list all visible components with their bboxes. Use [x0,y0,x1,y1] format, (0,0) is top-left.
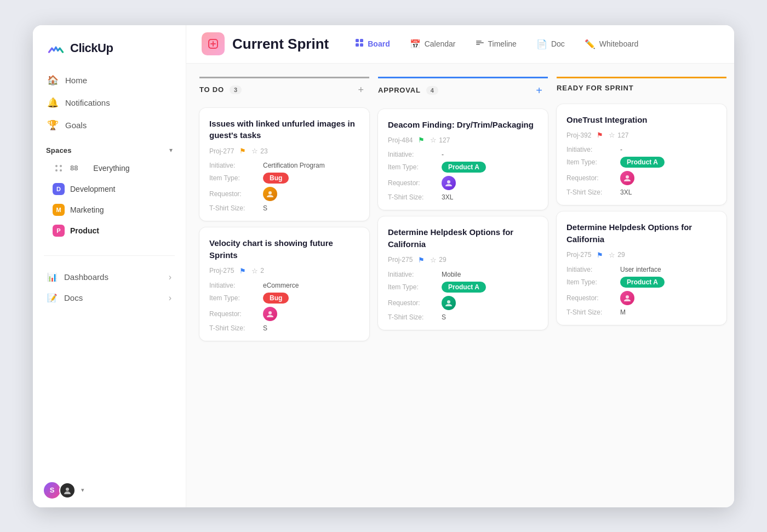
space-item-everything[interactable]: 88 Everything [46,158,173,179]
badge-product-approval-1: Product A [442,162,486,173]
tshirt-value: S [263,204,267,212]
svg-point-14 [268,311,272,314]
requestor-avatar-todo-1 [263,187,277,201]
flag-icon-todo-1: ⚑ [239,147,246,155]
app-layout: ClickUp 🏠 Home 🔔 Notifications 🏆 Goals [33,25,734,507]
tab-doc[interactable]: 📄 Doc [528,35,574,54]
sidebar-item-goals[interactable]: 🏆 Goals [39,114,179,136]
tshirt-label-r2: T-Shirt Size: [566,308,616,316]
whiteboard-icon: ✏️ [585,39,596,49]
spaces-section-title: Spaces [46,146,72,155]
chevron-down-icon: ▾ [169,146,173,154]
calendar-icon: 📅 [410,39,421,49]
add-card-todo-button[interactable]: + [354,84,367,96]
tshirt-label-a2: T-Shirt Size: [388,313,437,321]
requestor-label-a2: Requestor: [388,299,437,307]
card-todo-1[interactable]: Issues with linked unfurled images in gu… [199,108,369,221]
card-todo-2[interactable]: Velocity chart is showing future Sprints… [199,227,369,341]
user-menu-chevron: ▾ [81,487,84,494]
card-row-tshirt-r1: T-Shirt Size: 3XL [566,188,717,196]
sidebar-nav: 🏠 Home 🔔 Notifications 🏆 Goals [33,69,186,136]
tab-calendar[interactable]: 📅 Calendar [401,35,465,54]
sidebar-item-docs[interactable]: 📝 Docs › [39,288,179,308]
card-ready-1[interactable]: OneTrust Integration Proj-392 ⚑ ☆ 127 In [557,104,726,205]
card-rows-approval-2: Initiative: Mobile Item Type: Product A … [388,271,538,321]
tshirt-value-a1: 3XL [442,193,453,201]
itemtype-label: Item Type: [209,174,259,182]
tshirt-label-r1: T-Shirt Size: [566,188,616,196]
space-item-marketing[interactable]: M Marketing [46,199,173,220]
flag-icon-todo-2: ⚑ [239,267,246,275]
user-avatar-area[interactable]: S ▾ [33,473,186,507]
board-area: TO DO 3 + Issues with linked unfurled im… [186,64,734,507]
svg-point-3 [60,169,62,171]
sidebar: ClickUp 🏠 Home 🔔 Notifications 🏆 Goals [33,25,186,507]
page-title: Current Sprint [232,36,329,53]
card-meta-approval-2: Proj-275 ⚑ ☆ 29 [388,256,538,264]
initiative-label-a2: Initiative: [388,271,437,278]
tab-board[interactable]: Board [346,34,398,54]
card-approval-1[interactable]: Deacom Finding: Dry/Trim/Packaging Proj-… [378,109,548,210]
card-title-ready-1: OneTrust Integration [566,114,717,126]
spaces-list: 88 Everything D Development M Marketing … [46,155,173,244]
space-item-product[interactable]: P Product [46,220,173,241]
initiative-value-a2: Mobile [442,271,461,278]
score-icon-r2: ☆ [609,251,615,259]
score-icon-a2: ☆ [430,256,437,264]
sidebar-logo[interactable]: ClickUp [33,25,186,69]
tshirt-value-a2: S [442,313,446,321]
spaces-section-header[interactable]: Spaces ▾ [46,146,173,155]
tab-doc-label: Doc [551,39,565,48]
space-item-product-label: Product [70,226,99,235]
initiative-value-a1: - [442,151,444,158]
card-title-approval-1: Deacom Finding: Dry/Trim/Packaging [388,119,538,131]
card-row-requestor-a1: Requestor: [388,176,538,190]
card-approval-2[interactable]: Determine Helpdesk Options for Californi… [378,216,548,330]
card-proj-id-todo-1: Proj-277 [209,147,234,155]
card-title-approval-2: Determine Helpdesk Options for Californi… [388,226,538,250]
initiative-label-a1: Initiative: [388,151,437,158]
badge-product-ready-2: Product A [620,277,665,288]
initiative-value-r2: User interface [620,266,661,273]
card-score-approval-2: ☆ 29 [430,256,446,264]
home-icon: 🏠 [47,75,59,86]
svg-rect-9 [360,43,363,47]
svg-point-1 [60,165,62,167]
dashboards-icon: 📊 [47,272,58,282]
tab-whiteboard[interactable]: ✏️ Whiteboard [576,35,648,54]
card-rows-ready-2: Initiative: User interface Item Type: Pr… [566,266,717,316]
everything-icon [53,162,65,174]
svg-point-16 [447,300,450,304]
sidebar-divider [44,255,175,256]
requestor-label-r1: Requestor: [566,174,616,182]
column-title-approval: APPROVAL [378,86,421,94]
card-title-ready-2: Determine Helpdesk Options for Californi… [566,221,717,245]
column-count-todo: 3 [230,85,242,94]
space-item-development[interactable]: D Development [46,179,173,199]
card-meta-todo-1: Proj-277 ⚑ ☆ 23 [209,147,359,155]
tshirt-value-2: S [263,324,267,332]
card-ready-2[interactable]: Determine Helpdesk Options for Californi… [557,211,726,325]
badge-bug-todo-1: Bug [263,173,289,184]
header-tabs: Board 📅 Calendar Timeline 📄 Doc [346,34,719,54]
itemtype-label-2: Item Type: [209,294,259,302]
score-icon-r1: ☆ [609,131,615,139]
card-title-todo-1: Issues with linked unfurled images in gu… [209,118,359,142]
tab-timeline[interactable]: Timeline [467,34,525,54]
sidebar-item-dashboards[interactable]: 📊 Dashboards › [39,267,179,288]
tab-board-label: Board [368,39,390,48]
requestor-label-r2: Requestor: [566,294,616,302]
sidebar-item-notifications[interactable]: 🔔 Notifications [39,91,179,114]
sidebar-item-home[interactable]: 🏠 Home [39,69,179,91]
clickup-logo-icon [46,38,66,58]
app-name: ClickUp [70,41,113,55]
card-row-itemtype-a1: Item Type: Product A [388,162,538,173]
spaces-section: Spaces ▾ 88 Everything D Development [33,136,186,249]
flag-icon-approval-1: ⚑ [418,136,425,144]
header-title-area: Current Sprint [202,32,329,55]
add-card-approval-button[interactable]: + [533,84,546,97]
app-window: ClickUp 🏠 Home 🔔 Notifications 🏆 Goals [33,25,734,507]
svg-point-13 [268,191,272,195]
requestor-avatar-approval-2 [442,296,456,310]
sidebar-item-dashboards-label: Dashboards [64,272,108,282]
